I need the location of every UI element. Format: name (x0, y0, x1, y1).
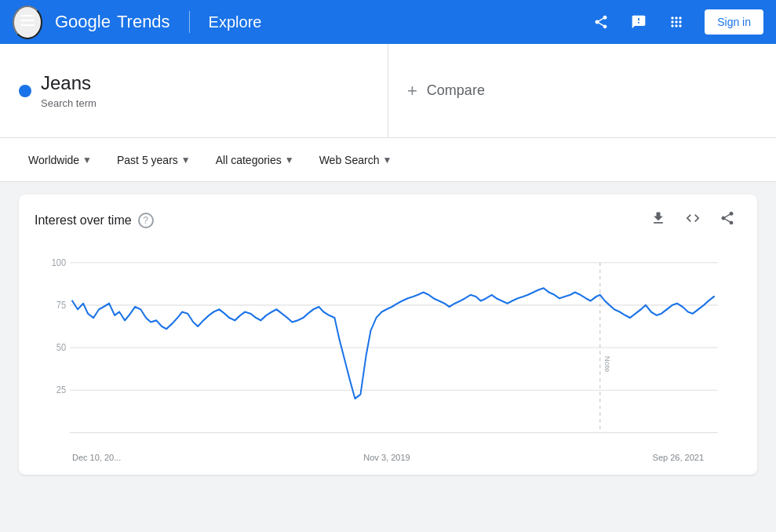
share-icon-btn[interactable] (585, 6, 617, 38)
download-button[interactable] (644, 207, 672, 233)
location-filter[interactable]: Worldwide ▼ (19, 148, 101, 173)
search-type-filter[interactable]: Web Search ▼ (310, 148, 402, 173)
svg-text:Note: Note (603, 356, 611, 373)
compare-label: Compare (427, 82, 485, 99)
share-chart-button[interactable] (713, 207, 741, 233)
category-label: All categories (216, 154, 282, 166)
svg-text:100: 100 (52, 258, 66, 268)
chart-svg-container: 100 75 50 25 Note (35, 246, 741, 450)
term-color-dot (19, 85, 31, 97)
chart-actions (644, 207, 741, 233)
trend-line-chart: 100 75 50 25 Note (35, 246, 741, 450)
header-divider (189, 11, 190, 33)
term-type: Search term (41, 97, 97, 109)
google-text: Google (55, 12, 111, 32)
app-header: Google Trends Explore Sign in (0, 0, 776, 44)
time-range-filter[interactable]: Past 5 years ▼ (107, 148, 200, 173)
svg-text:50: 50 (56, 343, 66, 352)
menu-icon[interactable] (13, 5, 42, 39)
help-icon[interactable]: ? (138, 213, 154, 228)
filters-bar: Worldwide ▼ Past 5 years ▼ All categorie… (0, 138, 776, 182)
search-term-box: Jeans Search term (0, 44, 388, 137)
location-chevron-icon: ▼ (82, 155, 92, 166)
chart-title: Interest over time (35, 213, 132, 228)
time-range-chevron-icon: ▼ (181, 155, 191, 166)
header-logo: Google Trends (55, 12, 170, 32)
chart-x-labels: Dec 10, 20... Nov 3, 2019 Sep 26, 2021 (35, 450, 741, 462)
term-name: Jeans (41, 72, 97, 94)
x-label-mid: Nov 3, 2019 (363, 453, 410, 462)
embed-button[interactable] (679, 207, 707, 233)
explore-title: Explore (209, 13, 262, 31)
interest-over-time-card: Interest over time ? (19, 195, 757, 475)
category-filter[interactable]: All categories ▼ (206, 148, 304, 173)
chart-title-area: Interest over time ? (35, 213, 154, 228)
compare-box[interactable]: + Compare (388, 44, 776, 137)
location-label: Worldwide (28, 154, 79, 166)
sign-in-button[interactable]: Sign in (705, 9, 763, 35)
x-label-start: Dec 10, 20... (72, 453, 121, 462)
svg-rect-1 (20, 20, 35, 21)
feedback-icon-btn[interactable] (623, 6, 654, 38)
chart-header: Interest over time ? (19, 195, 757, 239)
svg-text:25: 25 (56, 385, 66, 395)
svg-rect-2 (20, 24, 35, 26)
category-chevron-icon: ▼ (285, 155, 294, 166)
term-info: Jeans Search term (41, 72, 97, 109)
apps-icon-btn[interactable] (661, 6, 692, 38)
search-section: Jeans Search term + Compare (0, 44, 776, 138)
chart-area: 100 75 50 25 Note Dec 10, 20... Nov 3, 2… (19, 239, 757, 475)
trends-text: Trends (117, 12, 170, 32)
main-content: Interest over time ? (0, 182, 776, 487)
compare-plus-icon: + (407, 81, 417, 101)
svg-rect-0 (20, 15, 35, 16)
header-icons: Sign in (585, 6, 763, 38)
x-label-end: Sep 26, 2021 (653, 453, 704, 462)
search-type-label: Web Search (319, 154, 380, 166)
search-type-chevron-icon: ▼ (382, 155, 392, 166)
time-range-label: Past 5 years (117, 154, 178, 166)
svg-text:75: 75 (56, 301, 66, 310)
